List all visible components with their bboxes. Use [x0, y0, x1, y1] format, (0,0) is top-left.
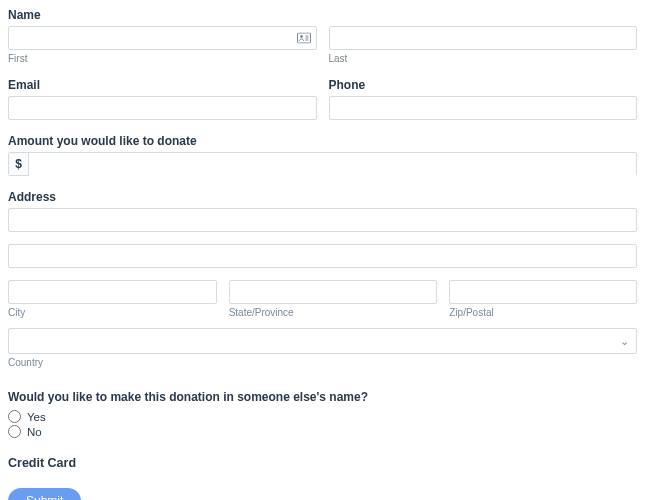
amount-input-wrap: $	[8, 152, 637, 176]
currency-prefix: $	[9, 153, 29, 175]
honor-yes-label: Yes	[27, 411, 46, 423]
submit-button[interactable]: Submit	[8, 488, 81, 500]
name-label: Name	[8, 8, 637, 22]
phone-label: Phone	[329, 78, 638, 92]
city-sublabel: City	[8, 307, 217, 318]
state-sublabel: State/Province	[229, 307, 438, 318]
zip-sublabel: Zip/Postal	[449, 307, 637, 318]
svg-point-1	[300, 35, 303, 38]
contact-card-icon	[297, 33, 311, 44]
email-input[interactable]	[8, 96, 317, 120]
address-line2-input[interactable]	[8, 244, 637, 268]
credit-card-label: Credit Card	[8, 456, 637, 470]
amount-input[interactable]	[29, 153, 636, 177]
state-input[interactable]	[229, 280, 438, 304]
email-label: Email	[8, 78, 317, 92]
city-input[interactable]	[8, 280, 217, 304]
first-name-sublabel: First	[8, 53, 317, 64]
last-name-input[interactable]	[329, 26, 638, 50]
amount-label: Amount you would like to donate	[8, 134, 637, 148]
honor-no-label: No	[27, 426, 42, 438]
honor-question-label: Would you like to make this donation in …	[8, 390, 637, 404]
honor-yes-radio[interactable]	[8, 410, 21, 423]
phone-input[interactable]	[329, 96, 638, 120]
honor-no-radio[interactable]	[8, 425, 21, 438]
svg-rect-0	[297, 33, 310, 43]
zip-input[interactable]	[449, 280, 637, 304]
country-select[interactable]	[8, 328, 637, 354]
address-label: Address	[8, 190, 637, 204]
last-name-sublabel: Last	[329, 53, 638, 64]
address-line1-input[interactable]	[8, 208, 637, 232]
first-name-input[interactable]	[8, 26, 317, 50]
country-sublabel: Country	[8, 357, 637, 368]
